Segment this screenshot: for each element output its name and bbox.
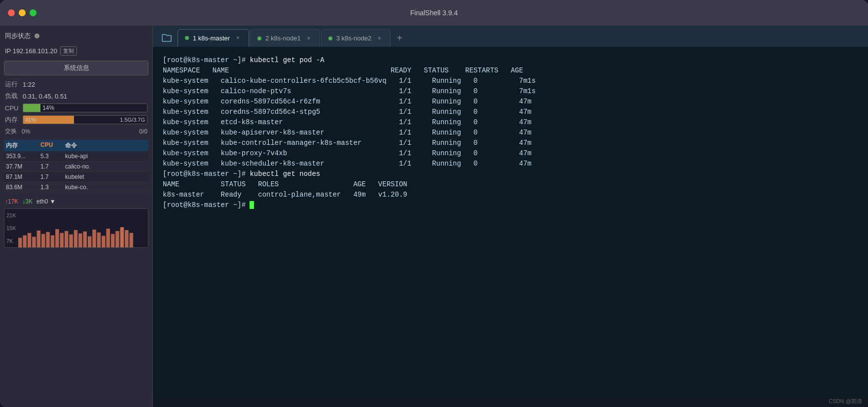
net-chart-svg — [18, 209, 148, 247]
tab-bar: 1 k8s-master × 2 k8s-node1 × 3 k8s-node2… — [153, 26, 868, 47]
tab-label-2: 2 k8s-node1 — [265, 34, 301, 42]
net-y-labels: 21K 15K 7K — [6, 209, 16, 247]
proc-mem-1: 353.9... — [6, 153, 40, 160]
run-row: 运行 1:22 — [4, 78, 148, 90]
svg-rect-22 — [120, 227, 124, 247]
folder-button[interactable] — [157, 29, 177, 47]
svg-rect-23 — [125, 230, 129, 247]
swap-label: 交换 — [5, 127, 17, 136]
tab-close-3[interactable]: × — [375, 34, 383, 42]
copy-ip-button[interactable]: 复制 — [60, 46, 77, 56]
svg-rect-1 — [23, 236, 27, 247]
proc-row-3[interactable]: 87.1M 1.7 kubelet — [4, 172, 148, 182]
tab-k8s-node1[interactable]: 2 k8s-node1 × — [250, 29, 320, 47]
tab-close-1[interactable]: × — [234, 34, 242, 42]
swap-percent: 0% — [22, 128, 30, 135]
cursor — [250, 201, 254, 209]
swap-size: 0/0 — [139, 128, 147, 135]
app-window: FinalShell 3.9.4 同步状态 IP 192.168.101.20 … — [0, 0, 868, 407]
net-chart: 21K 15K 7K — [4, 208, 148, 248]
proc-cpu-3: 1.7 — [40, 173, 65, 180]
tab-close-2[interactable]: × — [305, 34, 313, 42]
svg-rect-2 — [28, 233, 32, 247]
term-line-7: kube-system etcd-k8s-master 1/1 Running … — [163, 117, 858, 128]
svg-rect-17 — [97, 233, 101, 247]
terminal-content[interactable]: [root@k8s-master ~]# kubectl get pod -A … — [153, 47, 868, 395]
proc-col-cmd: 命令 — [65, 141, 146, 150]
sync-indicator — [35, 34, 39, 38]
attribution: CSDN @郑清 — [829, 398, 862, 405]
proc-col-mem: 内存 — [6, 141, 40, 150]
mem-row: 内存 41% 1.5G/3.7G — [4, 114, 148, 126]
tab-dot-2 — [257, 36, 261, 40]
sync-status-row: 同步状态 — [4, 30, 148, 44]
tab-k8s-node2[interactable]: 3 k8s-node2 × — [321, 29, 391, 47]
ip-label: IP 192.168.101.20 — [5, 47, 57, 55]
proc-row-4[interactable]: 83.6M 1.3 kube-co. — [4, 182, 148, 193]
svg-rect-8 — [55, 229, 59, 247]
mem-percent: 41% — [25, 117, 36, 123]
proc-cmd-2: calico-no. — [65, 163, 146, 170]
proc-col-cpu: CPU — [40, 141, 65, 150]
svg-rect-3 — [32, 237, 36, 247]
svg-rect-11 — [69, 235, 73, 247]
proc-mem-3: 87.1M — [6, 173, 40, 180]
tab-dot-3 — [328, 36, 332, 40]
svg-rect-12 — [74, 230, 78, 247]
cpu-label: CPU — [5, 104, 20, 112]
net-label-21k: 21K — [6, 212, 16, 218]
cpu-percent: 14% — [42, 104, 54, 111]
net-interface[interactable]: eth0 ▼ — [36, 198, 56, 205]
status-bar: CSDN @郑清 — [153, 395, 868, 407]
svg-rect-15 — [88, 237, 92, 247]
titlebar: FinalShell 3.9.4 — [0, 0, 868, 26]
main-content: 同步状态 IP 192.168.101.20 复制 系统信息 运行 1:22 负… — [0, 26, 868, 407]
term-line-10: kube-system kube-proxy-7v4xb 1/1 Running… — [163, 148, 858, 159]
svg-rect-24 — [129, 233, 133, 247]
terminal-panel: 1 k8s-master × 2 k8s-node1 × 3 k8s-node2… — [153, 26, 868, 407]
svg-rect-9 — [60, 233, 64, 247]
tab-k8s-master[interactable]: 1 k8s-master × — [178, 29, 249, 47]
tab-label-3: 3 k8s-node2 — [336, 34, 372, 42]
term-line-13: NAME STATUS ROLES AGE VERSION — [163, 179, 858, 190]
svg-rect-6 — [46, 232, 50, 247]
cpu-row: CPU 14% — [4, 102, 148, 114]
maximize-button[interactable] — [30, 9, 36, 16]
swap-row: 交换 0% 0/0 — [4, 126, 148, 137]
svg-rect-13 — [78, 234, 82, 247]
traffic-lights — [8, 9, 36, 16]
proc-table-header: 内存 CPU 命令 — [4, 140, 148, 151]
close-button[interactable] — [8, 9, 15, 16]
term-line-4: kube-system calico-node-ptv7s 1/1 Runnin… — [163, 86, 858, 97]
mem-bar: 41% 1.5G/3.7G — [23, 115, 147, 124]
ip-row: IP 192.168.101.20 复制 — [4, 44, 148, 58]
term-line-15: [root@k8s-master ~]# — [163, 200, 858, 210]
tab-dot-1 — [185, 36, 189, 40]
proc-cpu-1: 5.3 — [40, 153, 65, 160]
net-header: ↑17K ↓3K eth0 ▼ — [4, 197, 148, 206]
load-label: 负载 — [5, 92, 20, 101]
proc-cmd-4: kube-co. — [65, 184, 146, 191]
new-tab-button[interactable]: + — [392, 29, 407, 47]
term-line-1: [root@k8s-master ~]# kubectl get pod -A — [163, 55, 858, 66]
cpu-bar: 14% — [23, 103, 147, 112]
term-line-6: kube-system coredns-5897cd56c4-stpg5 1/1… — [163, 107, 858, 117]
term-line-3: kube-system calico-kube-controllers-6fcb… — [163, 76, 858, 86]
sysinfo-button[interactable]: 系统信息 — [4, 61, 148, 75]
load-value: 0.31, 0.45, 0.51 — [23, 93, 67, 100]
proc-row-1[interactable]: 353.9... 5.3 kube-api — [4, 151, 148, 162]
cpu-bar-fill — [23, 104, 40, 112]
svg-rect-18 — [102, 236, 106, 247]
net-download: ↓3K — [22, 198, 33, 205]
proc-cmd-3: kubelet — [65, 173, 146, 180]
term-line-9: kube-system kube-controller-manager-k8s-… — [163, 138, 858, 148]
sync-label: 同步状态 — [5, 32, 31, 40]
net-upload: ↑17K — [5, 198, 18, 205]
load-row: 负载 0.31, 0.45, 0.51 — [4, 90, 148, 102]
window-title: FinalShell 3.9.4 — [410, 9, 458, 17]
minimize-button[interactable] — [19, 9, 26, 16]
svg-rect-10 — [65, 231, 69, 247]
tab-label-1: 1 k8s-master — [193, 34, 230, 42]
proc-row-2[interactable]: 37.7M 1.7 calico-no. — [4, 162, 148, 172]
proc-cpu-2: 1.7 — [40, 163, 65, 170]
